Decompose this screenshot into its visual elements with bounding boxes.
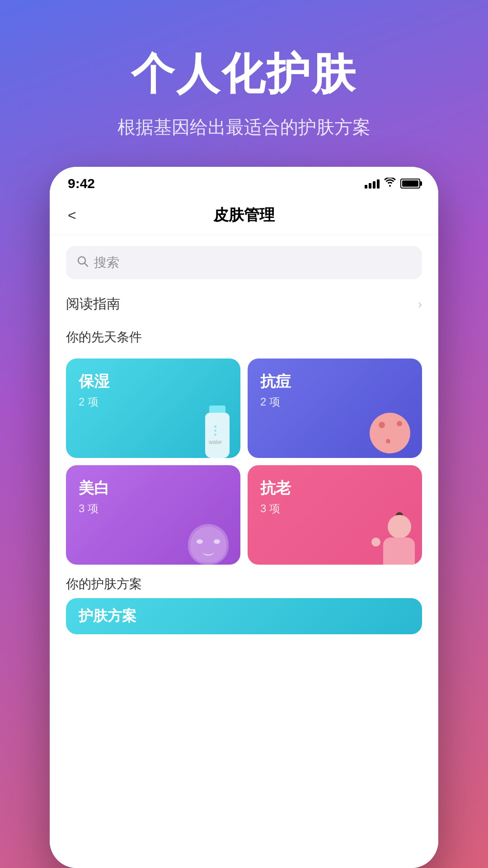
phone-mockup: 9:42 < 皮肤管理 bbox=[50, 167, 438, 868]
app-header: < 皮肤管理 bbox=[50, 196, 438, 235]
search-icon bbox=[77, 255, 89, 270]
card-whitening-title: 美白 bbox=[79, 478, 228, 499]
card-acne-count: 2 项 bbox=[260, 395, 409, 409]
plan-section-title: 你的护肤方案 bbox=[66, 576, 422, 593]
page-title: 皮肤管理 bbox=[213, 205, 275, 226]
mask-illustration bbox=[183, 515, 233, 565]
plan-section: 你的护肤方案 护肤方案 bbox=[66, 576, 422, 634]
status-icons bbox=[365, 178, 420, 189]
card-acne-title: 抗痘 bbox=[260, 371, 409, 392]
card-antiaging-title: 抗老 bbox=[260, 478, 409, 499]
acne-face-illustration bbox=[370, 413, 415, 458]
hero-title: 个人化护肤 bbox=[27, 45, 461, 104]
cards-grid: 保湿 2 项 water bbox=[66, 359, 422, 565]
skincare-plan-card[interactable]: 护肤方案 bbox=[66, 598, 422, 634]
back-button[interactable]: < bbox=[68, 207, 76, 224]
search-bar[interactable]: 搜索 bbox=[66, 246, 422, 279]
hero-subtitle: 根据基因给出最适合的护肤方案 bbox=[27, 115, 461, 140]
card-whitening-count: 3 项 bbox=[79, 501, 228, 516]
card-antiaging-count: 3 项 bbox=[260, 501, 409, 516]
card-acne[interactable]: 抗痘 2 项 bbox=[248, 359, 422, 458]
card-moisturize[interactable]: 保湿 2 项 water bbox=[66, 359, 240, 458]
chevron-right-icon: › bbox=[418, 297, 422, 311]
guide-row[interactable]: 阅读指南 › bbox=[66, 290, 422, 318]
wifi-icon bbox=[384, 178, 396, 189]
card-moisturize-title: 保湿 bbox=[79, 371, 228, 392]
card-antiaging[interactable]: 抗老 3 项 bbox=[248, 465, 422, 565]
hero-section: 个人化护肤 根据基因给出最适合的护肤方案 bbox=[0, 0, 488, 167]
app-content: 搜索 阅读指南 › 你的先天条件 保湿 2 项 bbox=[50, 235, 438, 868]
innate-section-title: 你的先天条件 bbox=[66, 329, 422, 346]
battery-icon bbox=[400, 179, 420, 189]
signal-icon bbox=[365, 179, 380, 189]
guide-label: 阅读指南 bbox=[66, 295, 120, 313]
search-placeholder: 搜索 bbox=[94, 254, 119, 271]
water-bottle-illustration: water bbox=[202, 404, 233, 458]
status-bar: 9:42 bbox=[50, 167, 438, 196]
person-illustration bbox=[370, 515, 415, 565]
skincare-plan-title: 护肤方案 bbox=[79, 606, 136, 626]
card-whitening[interactable]: 美白 3 项 bbox=[66, 465, 240, 565]
svg-line-1 bbox=[84, 263, 88, 266]
status-time: 9:42 bbox=[68, 176, 95, 191]
